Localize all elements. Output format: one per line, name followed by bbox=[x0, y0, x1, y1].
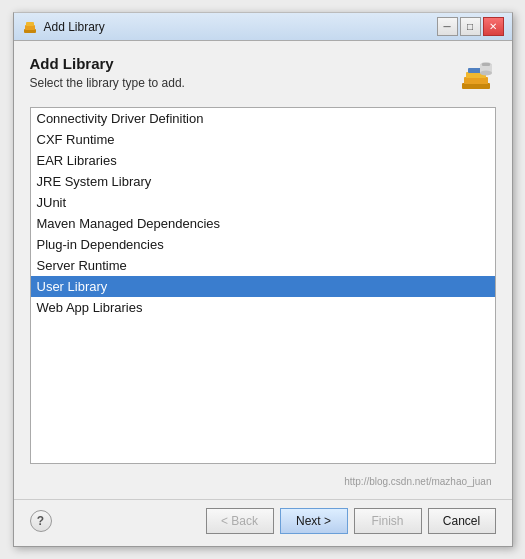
list-item[interactable]: User Library bbox=[31, 276, 495, 297]
list-item[interactable]: Maven Managed Dependencies bbox=[31, 213, 495, 234]
cancel-button[interactable]: Cancel bbox=[428, 508, 496, 534]
library-icon bbox=[456, 55, 496, 95]
title-bar-title: Add Library bbox=[44, 20, 437, 34]
list-item[interactable]: Plug-in Dependencies bbox=[31, 234, 495, 255]
svg-point-9 bbox=[480, 71, 492, 76]
back-button[interactable]: < Back bbox=[206, 508, 274, 534]
library-list[interactable]: Connectivity Driver DefinitionCXF Runtim… bbox=[30, 107, 496, 464]
list-item[interactable]: Web App Libraries bbox=[31, 297, 495, 318]
dialog-title: Add Library bbox=[30, 55, 446, 72]
close-button[interactable]: ✕ bbox=[483, 17, 504, 36]
restore-button[interactable]: □ bbox=[460, 17, 481, 36]
svg-rect-2 bbox=[26, 22, 34, 26]
list-item[interactable]: CXF Runtime bbox=[31, 129, 495, 150]
minimize-button[interactable]: ─ bbox=[437, 17, 458, 36]
title-bar: Add Library ─ □ ✕ bbox=[14, 13, 512, 41]
header-section: Add Library Select the library type to a… bbox=[30, 55, 496, 95]
add-library-window: Add Library ─ □ ✕ Add Library Select the… bbox=[13, 12, 513, 547]
header-text: Add Library Select the library type to a… bbox=[30, 55, 446, 90]
next-button[interactable]: Next > bbox=[280, 508, 348, 534]
finish-button[interactable]: Finish bbox=[354, 508, 422, 534]
watermark: http://blog.csdn.net/mazhao_juan bbox=[30, 474, 496, 489]
list-item[interactable]: EAR Libraries bbox=[31, 150, 495, 171]
svg-rect-10 bbox=[482, 63, 490, 66]
list-item[interactable]: Server Runtime bbox=[31, 255, 495, 276]
help-button[interactable]: ? bbox=[30, 510, 52, 532]
dialog-subtitle: Select the library type to add. bbox=[30, 76, 446, 90]
list-item[interactable]: JRE System Library bbox=[31, 171, 495, 192]
nav-buttons: < Back Next > Finish Cancel bbox=[206, 508, 496, 534]
content-area: Add Library Select the library type to a… bbox=[14, 41, 512, 499]
button-row: ? < Back Next > Finish Cancel bbox=[14, 499, 512, 546]
title-bar-buttons: ─ □ ✕ bbox=[437, 17, 504, 36]
list-item[interactable]: Connectivity Driver Definition bbox=[31, 108, 495, 129]
title-bar-icon bbox=[22, 19, 38, 35]
list-item[interactable]: JUnit bbox=[31, 192, 495, 213]
svg-rect-4 bbox=[464, 77, 488, 84]
